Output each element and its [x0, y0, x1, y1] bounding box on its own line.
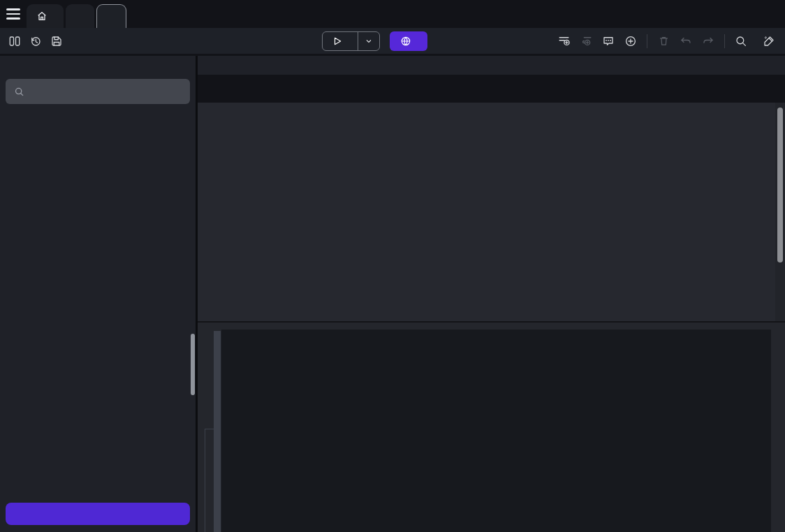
parameters-scrollbar-thumb[interactable] — [777, 108, 783, 263]
tab-home[interactable] — [27, 4, 64, 28]
redo-icon[interactable] — [698, 32, 719, 50]
titlebar — [0, 0, 785, 28]
search-icon[interactable] — [731, 32, 751, 50]
play-icon — [332, 36, 342, 46]
function-configuration-title — [198, 56, 785, 75]
preview-split-button — [322, 31, 380, 51]
add-element-icon[interactable] — [620, 32, 641, 50]
main-menu-icon[interactable] — [0, 2, 27, 26]
parameters-panel — [198, 103, 785, 321]
sidebar-scrollbar-thumb[interactable] — [191, 334, 195, 395]
preview-button[interactable] — [323, 36, 358, 46]
history-icon[interactable] — [25, 32, 46, 50]
delete-icon[interactable] — [653, 32, 674, 50]
save-icon[interactable] — [46, 32, 67, 50]
add-comment-icon[interactable] — [598, 32, 619, 50]
functions-group-header[interactable] — [0, 161, 196, 179]
tab-curvedmovement[interactable] — [96, 4, 126, 28]
functions-sidebar — [0, 56, 196, 532]
js-event-area — [198, 321, 785, 532]
gdevelop-window — [0, 0, 785, 532]
add-event-icon[interactable] — [553, 32, 574, 50]
functions-list — [0, 161, 196, 498]
globe-icon — [400, 36, 411, 47]
add-new-function-button[interactable] — [6, 503, 190, 525]
tab-boidsmovement[interactable] — [66, 4, 94, 28]
undo-icon[interactable] — [675, 32, 696, 50]
toolbar — [0, 28, 785, 54]
main-panel — [198, 56, 785, 532]
add-subevent-icon[interactable] — [575, 32, 596, 50]
toolbar-right — [553, 32, 785, 50]
configuration-tabs — [203, 80, 779, 103]
search-functions-box[interactable] — [6, 79, 190, 104]
search-icon — [14, 86, 24, 98]
share-button[interactable] — [390, 31, 427, 51]
sidebar-title — [0, 56, 196, 75]
home-icon — [36, 10, 47, 22]
event-drag-handle[interactable] — [214, 331, 221, 532]
js-code-editor[interactable] — [221, 330, 771, 532]
preview-options-icon[interactable] — [358, 37, 379, 45]
open-panels-icon[interactable] — [4, 32, 25, 50]
search-input[interactable] — [31, 85, 182, 98]
theme-brush-icon[interactable] — [758, 32, 779, 50]
